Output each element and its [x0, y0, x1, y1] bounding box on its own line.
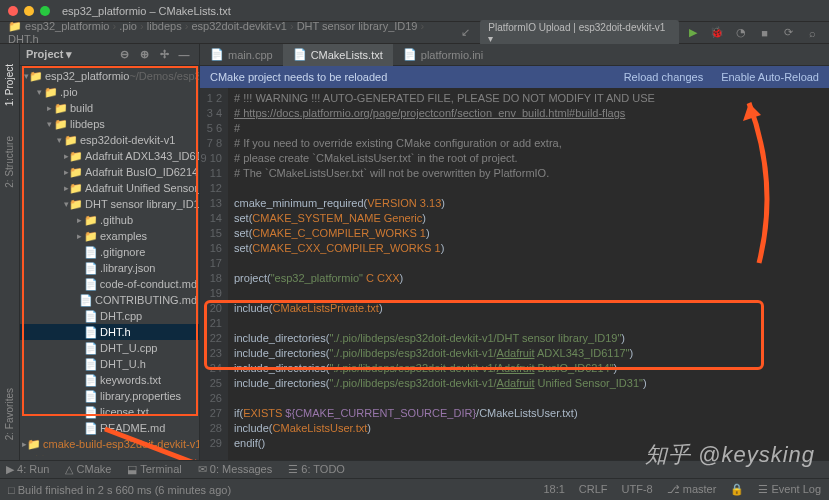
project-sidebar: Project ▾ ⊖ ⊕ ✢ — ▾📁esp32_platformio ~/D…	[20, 44, 200, 460]
locate-icon[interactable]: ⊕	[135, 46, 153, 64]
hide-icon[interactable]: —	[175, 46, 193, 64]
tree-item[interactable]: 📄.library.json	[20, 260, 199, 276]
search-icon[interactable]: ⌕	[803, 24, 821, 42]
tree-item[interactable]: ▸📁build	[20, 100, 199, 116]
status-item[interactable]: CRLF	[579, 483, 608, 496]
tree-item[interactable]: ▾📁DHT sensor library_ID19	[20, 196, 199, 212]
tree-item[interactable]: 📄.gitignore	[20, 244, 199, 260]
stop-before-icon[interactable]: ↙	[456, 24, 474, 42]
tree-item[interactable]: 📄DHT.h	[20, 324, 199, 340]
tree-item[interactable]: ▸📁.github	[20, 212, 199, 228]
zoom-icon[interactable]	[40, 6, 50, 16]
minimize-icon[interactable]	[24, 6, 34, 16]
tree-item[interactable]: ▾📁esp32doit-devkit-v1	[20, 132, 199, 148]
breadcrumb-bar: 📁 esp32_platformio › .pio › libdeps › es…	[0, 22, 829, 44]
status-item[interactable]: ⎇ master	[667, 483, 717, 496]
tree-item[interactable]: ▸📁include	[20, 452, 199, 456]
status-item[interactable]: UTF-8	[622, 483, 653, 496]
line-numbers: 1 2 3 4 5 6 7 8 9 10 11 12 13 14 15 16 1…	[200, 88, 228, 460]
update-icon[interactable]: ⟳	[780, 24, 798, 42]
left-tool-tabs: 1: Project 2: Structure 2: Favorites	[0, 44, 20, 460]
breadcrumb-item[interactable]: 📁 esp32_platformio	[8, 20, 109, 32]
project-tab[interactable]: 1: Project	[4, 64, 15, 106]
run-icon[interactable]: ▶	[685, 24, 703, 42]
sidebar-header: Project ▾ ⊖ ⊕ ✢ —	[20, 44, 199, 66]
tree-item[interactable]: 📄DHT_U.cpp	[20, 340, 199, 356]
tree-item[interactable]: 📄code-of-conduct.md	[20, 276, 199, 292]
breadcrumb-item[interactable]: libdeps	[147, 20, 182, 32]
tree-item[interactable]: 📄keywords.txt	[20, 372, 199, 388]
tree-item[interactable]: ▸📁cmake-build-esp32doit-devkit-v1	[20, 436, 199, 452]
project-tree[interactable]: ▾📁esp32_platformio ~/Demos/esp32_platfor…	[20, 66, 199, 456]
tree-item[interactable]: ▸📁Adafruit ADXL343_ID6117	[20, 148, 199, 164]
breadcrumb-item[interactable]: DHT sensor library_ID19	[297, 20, 418, 32]
cmake-banner: CMake project needs to be reloaded Reloa…	[200, 66, 829, 88]
tree-item[interactable]: 📄DHT.cpp	[20, 308, 199, 324]
code-content[interactable]: # !!! WARNING !!! AUTO-GENERATED FILE, P…	[228, 88, 829, 460]
tool-tab[interactable]: ▶ 4: Run	[6, 463, 49, 476]
code-area[interactable]: 1 2 3 4 5 6 7 8 9 10 11 12 13 14 15 16 1…	[200, 88, 829, 460]
breadcrumb-item[interactable]: .pio	[119, 20, 137, 32]
status-item[interactable]: 🔒	[730, 483, 744, 496]
structure-tab[interactable]: 2: Structure	[4, 136, 15, 188]
editor-tab[interactable]: 📄main.cpp	[200, 44, 283, 66]
debug-icon[interactable]: 🐞	[708, 24, 726, 42]
tool-tab[interactable]: △ CMake	[65, 463, 111, 476]
watermark: 知乎 @keysking	[645, 440, 815, 470]
tree-item[interactable]: 📄DHT_U.h	[20, 356, 199, 372]
reload-changes-link[interactable]: Reload changes	[624, 71, 704, 83]
tree-item[interactable]: ▾📁esp32_platformio ~/Demos/esp32_platfor…	[20, 68, 199, 84]
banner-message: CMake project needs to be reloaded	[210, 71, 387, 83]
tree-item[interactable]: 📄CONTRIBUTING.md	[20, 292, 199, 308]
tree-item[interactable]: ▾📁libdeps	[20, 116, 199, 132]
status-item[interactable]: ☰ Event Log	[758, 483, 821, 496]
editor-pane: 📄main.cpp📄CMakeLists.txt📄platformio.ini …	[200, 44, 829, 460]
editor-tab[interactable]: 📄platformio.ini	[393, 44, 493, 66]
traffic-lights	[8, 6, 50, 16]
settings-icon[interactable]: ✢	[155, 46, 173, 64]
tree-item[interactable]: ▸📁Adafruit Unified Sensor_ID31	[20, 180, 199, 196]
stop-icon[interactable]: ■	[756, 24, 774, 42]
run-config-combo[interactable]: PlatformIO Upload | esp32doit-devkit-v1 …	[480, 20, 678, 46]
tool-tab[interactable]: ⬓ Terminal	[127, 463, 181, 476]
close-icon[interactable]	[8, 6, 18, 16]
tree-item[interactable]: 📄license.txt	[20, 404, 199, 420]
tool-tab[interactable]: ✉ 0: Messages	[198, 463, 272, 476]
window-title: esp32_platformio – CMakeLists.txt	[62, 5, 231, 17]
enable-autoreload-link[interactable]: Enable Auto-Reload	[721, 71, 819, 83]
sidebar-title[interactable]: Project ▾	[26, 48, 72, 61]
status-item[interactable]: 18:1	[543, 483, 564, 496]
tree-item[interactable]: 📄README.md	[20, 420, 199, 436]
editor-tabs: 📄main.cpp📄CMakeLists.txt📄platformio.ini	[200, 44, 829, 66]
breadcrumb-item[interactable]: esp32doit-devkit-v1	[191, 20, 286, 32]
status-left: □ Build finished in 2 s 660 ms (6 minute…	[8, 484, 231, 496]
favorites-tab[interactable]: 2: Favorites	[4, 388, 15, 440]
tree-item[interactable]: 📄library.properties	[20, 388, 199, 404]
tree-item[interactable]: ▸📁examples	[20, 228, 199, 244]
tree-item[interactable]: ▸📁Adafruit BusIO_ID6214	[20, 164, 199, 180]
profile-icon[interactable]: ◔	[732, 24, 750, 42]
status-bar: □ Build finished in 2 s 660 ms (6 minute…	[0, 478, 829, 500]
tree-item[interactable]: ▾📁.pio	[20, 84, 199, 100]
collapse-icon[interactable]: ⊖	[115, 46, 133, 64]
tool-tab[interactable]: ☰ 6: TODO	[288, 463, 345, 476]
editor-tab[interactable]: 📄CMakeLists.txt	[283, 44, 393, 66]
